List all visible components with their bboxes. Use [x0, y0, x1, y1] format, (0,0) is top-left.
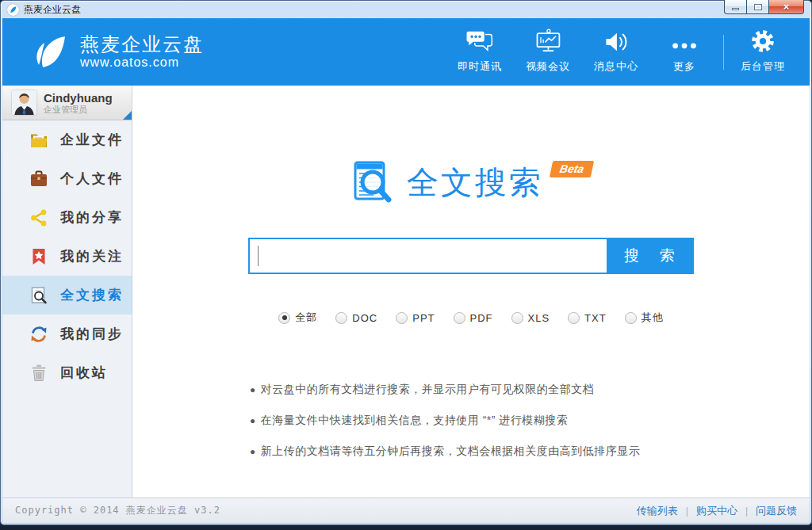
briefcase-icon — [29, 170, 48, 189]
tip-line: ●新上传的文档请等待五分钟后再搜索，文档会根据相关度由高到低排序显示 — [250, 436, 694, 467]
sidebar-item-label: 我的关注 — [60, 247, 124, 265]
radio-icon — [335, 312, 347, 324]
close-button[interactable]: × — [768, 0, 804, 14]
nav-label: 后台管理 — [741, 59, 785, 74]
brand-title: 燕麦企业云盘 — [80, 34, 204, 55]
tip-line: ●在海量文件中快速找到相关信息，支持使用 “*” 进行模糊搜索 — [250, 405, 694, 436]
nav-video-conference[interactable]: 视频会议 — [514, 30, 582, 74]
sidebar-item-my-shares[interactable]: 我的分享 — [2, 198, 132, 237]
window-controls: × — [724, 0, 804, 14]
sidebar-item-fulltext-search[interactable]: 全文搜索 — [2, 276, 132, 315]
bullet-icon: ● — [250, 415, 256, 426]
main-content: 全文搜索 Beta 搜 索 — [132, 86, 810, 498]
sidebar-item-my-sync[interactable]: 我的同步 — [2, 315, 132, 353]
more-dots-icon — [669, 30, 699, 54]
footer-link-transfer-list[interactable]: 传输列表 — [637, 504, 678, 518]
sidebar-item-label: 我的分享 — [60, 208, 124, 227]
nav-instant-messaging[interactable]: 即时通讯 — [446, 30, 514, 74]
radio-icon — [454, 312, 465, 324]
sidebar-item-enterprise-files[interactable]: 企业文件 — [2, 120, 132, 159]
app-window: 燕麦企业云盘 × 燕麦企业云盘 www.oatos.com — [0, 0, 812, 525]
brand-url: www.oatos.com — [80, 55, 204, 70]
search-tips: ●对云盘中的所有文档进行搜索，并显示用户有可见权限的全部文档 ●在海量文件中快速… — [248, 374, 694, 467]
sidebar-item-label: 回收站 — [60, 364, 108, 382]
tip-line: ●对云盘中的所有文档进行搜索，并显示用户有可见权限的全部文档 — [250, 374, 694, 405]
page-title: 全文搜索 — [407, 161, 543, 204]
maximize-button[interactable] — [747, 0, 768, 14]
filter-radio-all[interactable]: 全部 — [278, 311, 317, 325]
corner-triangle-icon — [123, 111, 132, 120]
app-logo-icon — [7, 4, 19, 16]
video-conference-icon — [534, 30, 562, 54]
sidebar-item-recycle-bin[interactable]: 回收站 — [2, 353, 132, 392]
nav-label: 即时通讯 — [458, 59, 502, 74]
folder-icon — [29, 131, 48, 150]
filter-radio-txt[interactable]: TXT — [568, 312, 607, 324]
chat-icon — [465, 30, 494, 54]
desktop-background: 燕麦企业云盘 × 燕麦企业云盘 www.oatos.com — [0, 0, 812, 530]
app-header: 燕麦企业云盘 www.oatos.com 即时通讯 — [2, 18, 810, 86]
search-button[interactable]: 搜 索 — [607, 239, 692, 273]
sidebar-menu: 企业文件 个人文件 — [2, 120, 132, 498]
radio-icon — [396, 312, 408, 324]
bookmark-star-icon — [29, 247, 48, 266]
filter-radio-ppt[interactable]: PPT — [396, 312, 435, 324]
sidebar: Cindyhuang 企业管理员 — [2, 86, 132, 498]
minimize-icon — [732, 8, 739, 10]
status-bar: Copyright © 2014 燕麦企业云盘 v3.2 传输列表 | 购买中心… — [2, 498, 810, 523]
nav-label: 更多 — [673, 59, 695, 74]
titlebar[interactable]: 燕麦企业云盘 × — [1, 1, 811, 18]
brand-logo: 燕麦企业云盘 www.oatos.com — [29, 32, 204, 73]
radio-icon — [568, 312, 580, 324]
doc-search-icon — [29, 286, 48, 305]
sidebar-item-label: 个人文件 — [60, 170, 124, 188]
beta-badge: Beta — [550, 161, 595, 177]
radio-icon — [278, 312, 290, 324]
header-nav: 即时通讯 视频会议 — [446, 18, 797, 86]
filter-radio-doc[interactable]: DOC — [335, 312, 377, 324]
radio-icon — [625, 312, 637, 324]
fulltext-search-icon — [350, 160, 394, 204]
radio-icon — [511, 312, 523, 324]
leaf-logo-icon — [29, 32, 71, 73]
nav-more[interactable]: 更多 — [650, 30, 718, 74]
nav-separator — [723, 35, 724, 70]
nav-label: 视频会议 — [526, 59, 570, 74]
minimize-button[interactable] — [724, 0, 747, 14]
copyright-text: Copyright © 2014 燕麦企业云盘 v3.2 — [15, 504, 220, 517]
bullet-icon: ● — [250, 384, 256, 395]
close-icon: × — [783, 2, 790, 12]
maximize-icon — [754, 4, 762, 10]
sidebar-item-personal-files[interactable]: 个人文件 — [2, 159, 132, 198]
bullet-icon: ● — [250, 446, 256, 457]
announcement-icon — [602, 30, 630, 54]
user-role: 企业管理员 — [44, 105, 113, 115]
sync-icon — [29, 325, 48, 344]
link-separator: | — [745, 505, 748, 517]
user-card[interactable]: Cindyhuang 企业管理员 — [2, 86, 132, 120]
sidebar-item-label: 我的同步 — [60, 325, 124, 343]
share-icon — [29, 208, 48, 227]
search-box: 搜 索 — [248, 238, 694, 274]
link-separator: | — [686, 505, 688, 517]
footer-link-feedback[interactable]: 问题反馈 — [756, 504, 797, 518]
sidebar-item-label: 全文搜索 — [60, 286, 124, 304]
sidebar-item-label: 企业文件 — [60, 131, 124, 149]
filter-radio-pdf[interactable]: PDF — [454, 312, 493, 324]
footer-links: 传输列表 | 购买中心 | 问题反馈 — [637, 504, 797, 518]
filter-radio-xls[interactable]: XLS — [511, 312, 550, 324]
nav-admin-console[interactable]: 后台管理 — [729, 30, 797, 74]
filetype-filter-row: 全部 DOC PPT — [248, 311, 694, 325]
filter-radio-other[interactable]: 其他 — [625, 311, 664, 325]
user-name: Cindyhuang — [44, 91, 113, 105]
window-title: 燕麦企业云盘 — [24, 3, 81, 17]
gear-icon — [750, 30, 776, 54]
nav-message-center[interactable]: 消息中心 — [582, 30, 650, 74]
footer-link-purchase-center[interactable]: 购买中心 — [696, 504, 737, 518]
avatar — [12, 90, 36, 115]
trash-icon — [29, 364, 48, 383]
sidebar-item-my-follows[interactable]: 我的关注 — [2, 237, 132, 276]
search-input[interactable] — [250, 239, 607, 273]
nav-label: 消息中心 — [594, 59, 638, 74]
